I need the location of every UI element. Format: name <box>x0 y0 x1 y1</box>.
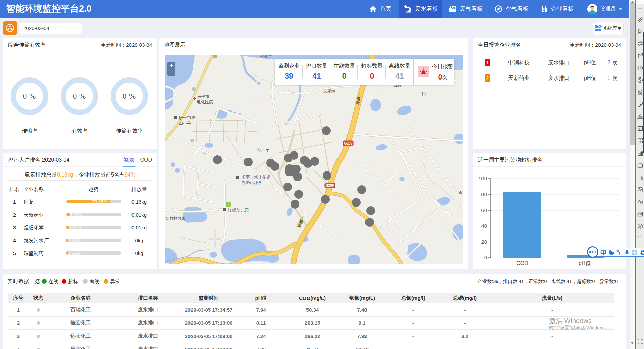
svg-text:G206: G206 <box>344 141 353 145</box>
svg-text:乐平市塔: 乐平市塔 <box>179 115 196 120</box>
svg-text:100: 100 <box>478 176 487 181</box>
svg-text:甲厂: 甲厂 <box>421 91 429 96</box>
svg-text:烟竹林徐家: 烟竹林徐家 <box>165 216 185 221</box>
svg-text:G206: G206 <box>326 184 334 187</box>
svg-text:新海里: 新海里 <box>260 55 272 58</box>
svg-text:办塔山小学: 办塔山小学 <box>241 180 263 185</box>
svg-text:COD: COD <box>516 260 528 266</box>
svg-text:范厂里: 范厂里 <box>257 148 270 153</box>
svg-text:山小学: 山小学 <box>179 121 192 125</box>
svg-text:60: 60 <box>481 207 487 213</box>
svg-text:80: 80 <box>481 191 487 197</box>
svg-text:查家: 查家 <box>458 190 463 195</box>
svg-text:40: 40 <box>481 223 487 229</box>
svg-text:乐平市: 乐平市 <box>197 94 210 99</box>
svg-text:江维幼儿园: 江维幼儿园 <box>228 208 249 213</box>
svg-text:电化医院: 电化医院 <box>197 100 214 104</box>
svg-text:0: 0 <box>484 255 487 260</box>
svg-text:pH值: pH值 <box>579 260 591 266</box>
svg-text:沈家岭: 沈家岭 <box>323 89 335 93</box>
svg-text:20: 20 <box>481 239 487 245</box>
svg-text:乐平市塔山街道: 乐平市塔山街道 <box>241 175 271 180</box>
